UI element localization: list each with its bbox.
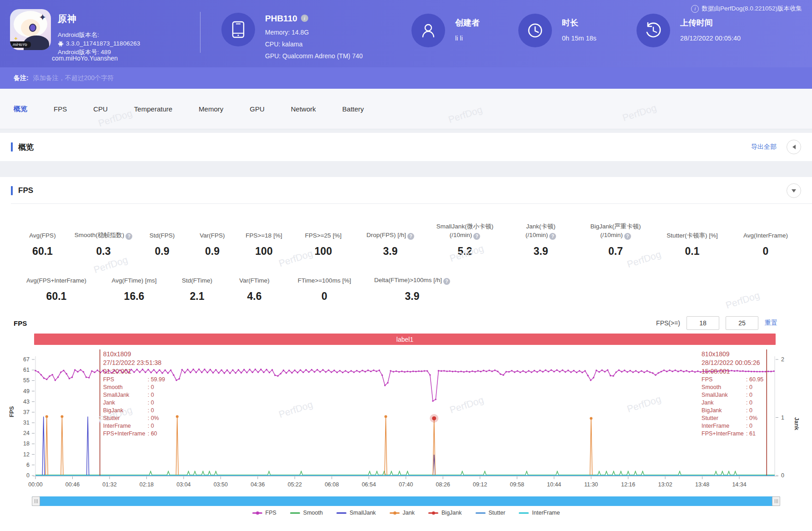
stat-value: 100 [236, 245, 292, 258]
info-icon: i [691, 5, 699, 13]
fps-max-input[interactable] [726, 316, 758, 330]
creator-label: 创建者 [455, 17, 480, 28]
chart-scrollbar[interactable] [32, 496, 780, 506]
stat-item: Var(FPS)0.9 [189, 231, 236, 258]
stat-value: 2.1 [169, 290, 225, 303]
remark-input[interactable]: 备注: 添加备注，不超过200个字符 [0, 67, 812, 89]
stat-item: Delta(FTime)>100ms [/h]?3.9 [365, 276, 459, 303]
stat-label: Delta(FTime)>100ms [/h]? [365, 276, 459, 285]
scrollbar-right-handle[interactable] [772, 496, 780, 506]
svg-text:31: 31 [23, 420, 30, 426]
device-memory: Memory: 14.8G [265, 26, 363, 38]
stat-value: 4.6 [225, 290, 284, 303]
nav-tabs: 概览FPSCPUTemperatureMemoryGPUNetworkBatte… [0, 89, 812, 129]
remark-label: 备注: [14, 74, 29, 82]
svg-text:13:02: 13:02 [658, 481, 672, 488]
stat-value: 100 [292, 245, 355, 258]
header-divider [200, 12, 200, 53]
help-icon[interactable]: ? [407, 233, 414, 240]
svg-text:61: 61 [23, 367, 30, 373]
collapse-down-button[interactable] [787, 183, 801, 198]
svg-text:08:26: 08:26 [436, 481, 450, 488]
legend-swatch [519, 512, 529, 514]
fps-min-input[interactable] [687, 316, 719, 330]
stat-label: Std(FTime) [169, 276, 225, 285]
stat-value: 0 [731, 245, 800, 258]
stat-value: 3.9 [355, 245, 426, 258]
stat-label: Avg(FTime) [ms] [99, 276, 169, 285]
stat-item: Std(FTime)2.1 [169, 276, 225, 303]
tab-GPU[interactable]: GPU [250, 105, 265, 113]
overview-section: 概览 导出全部 [0, 133, 812, 161]
svg-text:12:16: 12:16 [621, 481, 635, 488]
chart-label-region[interactable]: label1 [34, 334, 776, 345]
help-icon[interactable]: ? [624, 233, 631, 240]
svg-text:12: 12 [23, 451, 30, 458]
device-info-icon[interactable]: i [301, 15, 308, 22]
svg-text:11:30: 11:30 [584, 481, 598, 488]
scrollbar-left-handle[interactable] [32, 496, 40, 506]
stat-item: FPS>=18 [%]100 [236, 231, 292, 258]
person-icon [411, 14, 445, 47]
legend-Jank[interactable]: Jank [390, 510, 415, 516]
section-accent-bar [11, 142, 13, 152]
clock-icon [518, 14, 552, 47]
tab-CPU[interactable]: CPU [93, 105, 108, 113]
svg-text:37: 37 [23, 409, 30, 415]
stat-value: 0.7 [578, 245, 653, 258]
stat-label: FTime>=100ms [%] [284, 276, 365, 285]
stat-value: 3.9 [504, 245, 578, 258]
tab-Battery[interactable]: Battery [342, 105, 364, 113]
collapse-left-button[interactable] [787, 140, 801, 154]
stat-item: Stutter(卡顿率) [%]0.1 [653, 231, 731, 258]
legend-Stutter[interactable]: Stutter [476, 510, 506, 516]
help-icon[interactable]: ? [443, 278, 450, 285]
upload-label: 上传时间 [680, 17, 741, 28]
svg-text:55: 55 [23, 377, 30, 384]
device-block: PHB110 i Memory: 14.8G CPU: kalama GPU: … [221, 13, 363, 62]
svg-text:03:50: 03:50 [214, 481, 228, 488]
stat-label: Std(FPS) [135, 231, 189, 240]
help-icon[interactable]: ? [125, 233, 132, 240]
collect-info: i 数据由PerfDog(8.0.221052)版本收集 [691, 5, 802, 13]
tab-FPS[interactable]: FPS [54, 105, 67, 113]
stat-item: Var(FTime)4.6 [225, 276, 284, 303]
legend-FPS[interactable]: FPS [252, 510, 276, 516]
phone-icon [221, 13, 255, 46]
star-icon: ✦ [39, 12, 46, 23]
svg-text:05:22: 05:22 [288, 481, 302, 488]
reset-link[interactable]: 重置 [765, 319, 777, 327]
fps-filter-label: FPS(>=) [656, 319, 680, 327]
fps-section: FPS Avg(FPS)60.1Smooth(稳帧指数)?0.3Std(FPS)… [0, 177, 812, 531]
help-icon[interactable]: ? [549, 233, 556, 240]
android-version-label: Android版本名: [58, 30, 140, 39]
star-icon: ✦ [14, 35, 18, 42]
tab-Network[interactable]: Network [291, 105, 316, 113]
legend-Smooth[interactable]: Smooth [290, 510, 323, 516]
remark-placeholder: 添加备注，不超过200个字符 [33, 74, 114, 82]
legend-InterFrame[interactable]: InterFrame [519, 510, 560, 516]
duration-value: 0h 15m 18s [562, 35, 596, 42]
stat-value: 0.3 [71, 245, 135, 258]
legend-label: InterFrame [532, 510, 560, 516]
fps-chart-title: FPS [14, 319, 27, 327]
svg-text:0: 0 [26, 472, 30, 479]
tab-Temperature[interactable]: Temperature [134, 105, 172, 113]
svg-text:13:48: 13:48 [695, 481, 709, 488]
tab-概览[interactable]: 概览 [14, 105, 27, 113]
triangle-down-icon [792, 189, 796, 192]
stat-label: FPS>=18 [%] [236, 231, 292, 240]
tab-Memory[interactable]: Memory [199, 105, 223, 113]
export-all-link[interactable]: 导出全部 [751, 143, 777, 151]
stat-item: Avg(FTime) [ms]16.6 [99, 276, 169, 303]
upload-block: 上传时间 28/12/2022 00:05:40 [637, 14, 741, 47]
chart-legend: FPSSmoothSmallJankJankBigJankStutterInte… [0, 510, 812, 516]
help-icon[interactable]: ? [473, 233, 480, 240]
svg-text:00:00: 00:00 [28, 481, 42, 488]
legend-BigJank[interactable]: BigJank [428, 510, 461, 516]
legend-swatch [428, 512, 438, 514]
legend-swatch [476, 512, 486, 514]
legend-SmallJank[interactable]: SmallJank [336, 510, 376, 516]
legend-swatch [390, 512, 400, 514]
svg-text:03:04: 03:04 [176, 481, 190, 488]
